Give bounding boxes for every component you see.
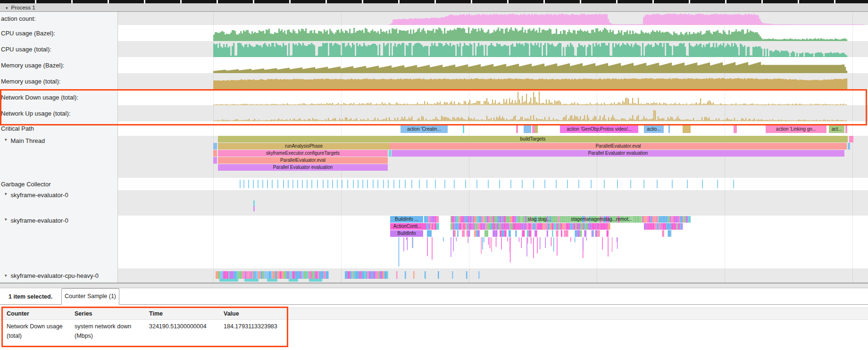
gc-event-tick[interactable]	[337, 180, 338, 188]
slice[interactable]	[734, 125, 737, 133]
slice-runanalysisphase[interactable]: runAnalysisPhase	[218, 143, 390, 150]
gc-event-tick[interactable]	[258, 180, 259, 188]
gc-event-tick[interactable]	[733, 180, 734, 188]
gc-event-tick[interactable]	[240, 180, 241, 188]
gc-event-tick[interactable]	[567, 180, 568, 188]
gc-event-tick[interactable]	[426, 180, 427, 188]
slice-action-creatin-[interactable]: action 'Creatin...	[401, 125, 448, 133]
track-canvas-skyframe-evaluator-cpu-heavy-0[interactable]	[118, 268, 868, 283]
track-shell-action-count[interactable]: action count:	[0, 12, 118, 25]
gc-event-tick[interactable]	[591, 180, 592, 188]
slice-parallel-evaluator-evaluatio[interactable]: Parallel Evaluator evaluation	[392, 150, 844, 157]
process-group-header[interactable]: ▾Process 1	[0, 3, 868, 12]
track-canvas-gc[interactable]	[118, 178, 868, 190]
slice[interactable]	[389, 150, 391, 157]
gc-event-tick[interactable]	[544, 180, 545, 188]
gc-event-tick[interactable]	[342, 180, 342, 188]
track-shell-mem-bazel[interactable]: Memory usage (Bazel):	[0, 57, 118, 73]
slice-action-genobjcprotos-video-[interactable]: action 'GenObjcProtos video/...	[560, 125, 638, 133]
gc-event-tick[interactable]	[604, 180, 605, 188]
chevron-down-icon[interactable]: ▾	[5, 137, 7, 142]
track-canvas-net-down[interactable]	[118, 89, 868, 105]
slice[interactable]	[845, 125, 847, 133]
slice-act-[interactable]: act...	[829, 125, 844, 133]
track-shell-skyframe-evaluator-cpu-heavy-0[interactable]: ▾skyframe-evaluator-cpu-heavy-0	[0, 268, 118, 283]
panel-resize-handle[interactable]	[0, 283, 868, 288]
gc-event-tick[interactable]	[488, 180, 489, 188]
track-canvas-cpu-bazel[interactable]	[118, 25, 868, 41]
gc-event-tick[interactable]	[377, 180, 378, 188]
track-shell-gc[interactable]: Garbage Collector	[0, 178, 118, 190]
gc-event-tick[interactable]	[444, 180, 445, 188]
gc-event-tick[interactable]	[657, 180, 658, 188]
track-shell-cpu-total[interactable]: CPU usage (total):	[0, 41, 118, 57]
gc-event-tick[interactable]	[643, 180, 644, 188]
track-canvas-action-count[interactable]	[118, 12, 868, 25]
gc-event-tick[interactable]	[317, 180, 318, 188]
gc-event-tick[interactable]	[248, 180, 249, 188]
chevron-down-icon[interactable]: ▾	[5, 273, 7, 278]
gc-event-tick[interactable]	[297, 180, 298, 188]
track-shell-cpu-bazel[interactable]: CPU usage (Bazel):	[0, 25, 118, 41]
gc-event-tick[interactable]	[399, 180, 400, 188]
gc-event-tick[interactable]	[323, 180, 324, 188]
gc-event-tick[interactable]	[672, 180, 673, 188]
slice[interactable]	[524, 125, 531, 133]
gc-event-tick[interactable]	[578, 180, 579, 188]
gc-event-tick[interactable]	[617, 180, 618, 188]
slice[interactable]	[668, 125, 670, 133]
track-shell-critical-path[interactable]: Critical Path	[0, 121, 118, 136]
gc-event-tick[interactable]	[272, 180, 273, 188]
gc-event-tick[interactable]	[419, 180, 420, 188]
gc-event-tick[interactable]	[243, 180, 244, 188]
gc-event-tick[interactable]	[465, 180, 466, 188]
slice-buildtargets[interactable]: buildTargets	[218, 136, 848, 142]
slice[interactable]	[683, 125, 691, 133]
gc-event-tick[interactable]	[499, 180, 500, 188]
track-canvas-skyframe-evaluator-0-a[interactable]	[118, 190, 868, 216]
slice[interactable]	[213, 150, 217, 157]
gc-event-tick[interactable]	[717, 180, 718, 188]
slice-actio-[interactable]: actio...	[644, 125, 664, 133]
gc-event-tick[interactable]	[630, 180, 631, 188]
slice-actionconti-[interactable]: ActionConti...	[390, 223, 425, 230]
track-canvas-cpu-total[interactable]	[118, 41, 868, 57]
slice[interactable]	[535, 125, 538, 133]
gc-event-tick[interactable]	[283, 180, 284, 188]
chevron-down-icon[interactable]: ▾	[5, 192, 7, 196]
gc-event-tick[interactable]	[277, 180, 278, 188]
gc-event-tick[interactable]	[411, 180, 412, 188]
gc-event-tick[interactable]	[253, 180, 254, 188]
gc-event-tick[interactable]	[383, 180, 384, 188]
slice[interactable]	[849, 136, 853, 142]
gc-event-tick[interactable]	[556, 180, 557, 188]
gc-event-tick[interactable]	[327, 180, 328, 188]
gc-event-tick[interactable]	[262, 180, 263, 188]
timeline-minimap[interactable]	[0, 0, 868, 3]
gc-event-tick[interactable]	[332, 180, 333, 188]
slice-buildinfo-[interactable]: BuildInfo ...	[390, 216, 423, 223]
gc-event-tick[interactable]	[267, 180, 268, 188]
gc-event-tick[interactable]	[522, 180, 523, 188]
track-shell-main-thread[interactable]: ▾Main Thread	[0, 136, 118, 178]
track-shell-mem-total[interactable]: Memory usage (total):	[0, 73, 118, 89]
slice[interactable]	[213, 143, 217, 150]
slice-buildinfo[interactable]: BuildInfo	[390, 230, 423, 237]
gc-event-tick[interactable]	[476, 180, 477, 188]
gc-event-tick[interactable]	[435, 180, 436, 188]
slice-parallelevaluator-eval[interactable]: ParallelEvaluator.eval	[218, 157, 388, 164]
track-shell-skyframe-evaluator-0-b[interactable]: ▾skyframe-evaluator-0	[0, 216, 118, 268]
chevron-down-icon[interactable]: ▾	[5, 217, 7, 222]
slice[interactable]	[427, 230, 432, 237]
gc-event-tick[interactable]	[302, 180, 303, 188]
gc-event-tick[interactable]	[292, 180, 293, 188]
gc-event-tick[interactable]	[347, 180, 348, 188]
gc-event-tick[interactable]	[393, 180, 394, 188]
gc-event-tick[interactable]	[367, 180, 368, 188]
gc-event-tick[interactable]	[702, 180, 703, 188]
slice-parallel-evaluator-evaluatio[interactable]: Parallel Evaluator evaluation	[218, 164, 388, 171]
track-canvas-critical-path[interactable]: action 'Creatin...action 'GenObjcProtos …	[118, 121, 868, 136]
gc-event-tick[interactable]	[405, 180, 406, 188]
track-shell-net-up[interactable]: Network Up usage (total):	[0, 105, 118, 121]
gc-event-tick[interactable]	[307, 180, 308, 188]
